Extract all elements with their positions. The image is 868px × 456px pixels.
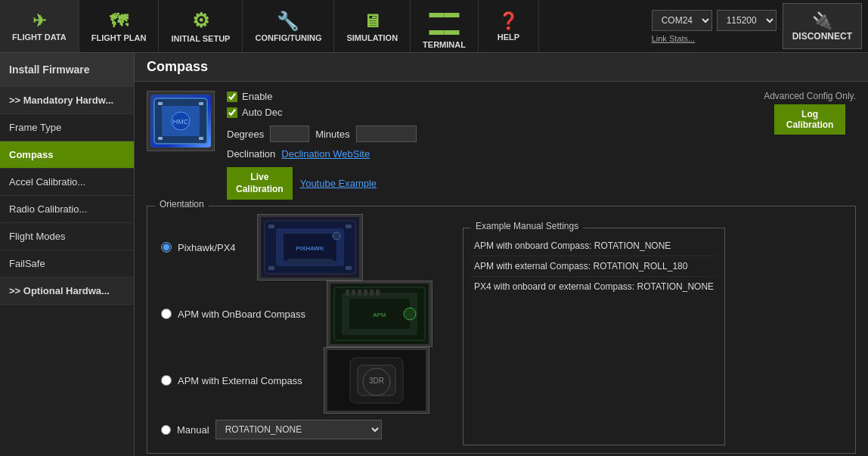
- auto-dec-checkbox-row: Auto Dec: [227, 107, 417, 118]
- svg-rect-26: [358, 290, 361, 296]
- nav-initial-setup-label: INITIAL SETUP: [171, 34, 230, 43]
- nav-flight-data-label: FLIGHT DATA: [12, 33, 67, 42]
- example-line-2: APM with external Compass: ROTATION_ROLL…: [471, 256, 717, 277]
- example-settings-box: Example Manual Settings APM with onboard…: [463, 228, 725, 445]
- svg-text:3DR: 3DR: [369, 377, 384, 385]
- apm-external-label: APM with External Compass: [178, 375, 302, 386]
- apm-external-radio-row: APM with External Compass: [155, 363, 308, 399]
- declination-website-link[interactable]: Declination WebSite: [281, 148, 370, 160]
- flight-data-icon: ✈: [33, 11, 46, 31]
- svg-rect-18: [287, 259, 333, 265]
- nav-initial-setup[interactable]: ⚙ INITIAL SETUP: [159, 0, 243, 52]
- nav-simulation-label: SIMULATION: [346, 33, 398, 42]
- advanced-config-section: Advanced Config Only. LogCalibration: [764, 91, 856, 135]
- apm-onboard-radio[interactable]: [161, 309, 172, 319]
- declination-row: Declination Declination WebSite: [227, 148, 417, 160]
- compass-img-placeholder: HMC: [150, 95, 211, 147]
- svg-rect-4: [158, 102, 163, 105]
- svg-rect-16: [346, 266, 352, 270]
- manual-radio[interactable]: [161, 425, 171, 435]
- degrees-label: Degrees: [227, 129, 264, 140]
- sidebar-item-compass[interactable]: Compass: [0, 141, 134, 169]
- auto-dec-checkbox[interactable]: [227, 107, 237, 118]
- sidebar-item-radio-calibration[interactable]: Radio Calibratio...: [0, 196, 134, 223]
- advanced-config-label: Advanced Config Only.: [764, 91, 856, 101]
- orientation-row-pixhawk: Pixhawk/PX4 PIXHAWK: [155, 214, 432, 281]
- sidebar-item-optional-hardware[interactable]: >> Optional Hardwa...: [0, 278, 134, 305]
- compass-top-row: HMC Enable: [147, 91, 856, 200]
- apm-external-radio[interactable]: [161, 375, 172, 386]
- orientation-row-apm-onboard: APM with OnBoard Compass APM: [155, 281, 432, 347]
- degrees-input[interactable]: [270, 126, 309, 142]
- svg-text:PIXHAWK: PIXHAWK: [296, 245, 324, 252]
- help-icon: ❓: [498, 11, 519, 31]
- terminal-icon: ▬▬▬▬: [429, 4, 459, 39]
- live-calibration-button[interactable]: LiveCalibration: [227, 167, 293, 200]
- content-header: Compass: [135, 53, 868, 82]
- compass-controls: Enable Auto Dec Degrees Minutes: [227, 91, 417, 200]
- pixhawk-radio[interactable]: [161, 242, 172, 253]
- nav-terminal[interactable]: ▬▬▬▬ TERMINAL: [411, 0, 479, 52]
- main-layout: Install Firmware >> Mandatory Hardw... F…: [0, 53, 868, 456]
- nav-flight-data[interactable]: ✈ FLIGHT DATA: [0, 0, 79, 52]
- top-nav: ✈ FLIGHT DATA 🗺 FLIGHT PLAN ⚙ INITIAL SE…: [0, 0, 868, 53]
- minutes-input[interactable]: [356, 126, 417, 142]
- page-title: Compass: [147, 59, 208, 74]
- calibration-btns: LiveCalibration Youtube Example: [227, 167, 417, 200]
- auto-dec-label: Auto Dec: [242, 107, 282, 118]
- sidebar-item-failsafe[interactable]: FailSafe: [0, 250, 134, 278]
- nav-config-tuning[interactable]: 🔧 CONFIG/TUNING: [243, 0, 334, 52]
- initial-setup-icon: ⚙: [192, 9, 209, 33]
- disconnect-label: DISCONNECT: [792, 31, 852, 42]
- manual-rotation-select[interactable]: ROTATION_NONE ROTATION_YAW_45 ROTATION_Y…: [215, 420, 382, 439]
- nav-flight-plan[interactable]: 🗺 FLIGHT PLAN: [79, 0, 160, 52]
- pixhawk-radio-row: Pixhawk/PX4: [155, 230, 242, 265]
- config-tuning-icon: 🔧: [277, 11, 299, 32]
- nav-help-label: HELP: [498, 33, 519, 42]
- apm-onboard-label: APM with OnBoard Compass: [178, 309, 305, 320]
- orientation-inner: Pixhawk/PX4 PIXHAWK: [155, 214, 848, 445]
- nav-right: COM24 115200 Link Stats... 🔌 DISCONNECT: [646, 0, 868, 52]
- svg-rect-6: [158, 137, 163, 140]
- simulation-icon: 🖥: [363, 11, 381, 32]
- svg-point-30: [404, 308, 416, 320]
- enable-label: Enable: [242, 91, 272, 102]
- sidebar-item-accel-calibration[interactable]: Accel Calibratio...: [0, 169, 134, 196]
- link-stats-link[interactable]: Link Stats...: [652, 34, 777, 43]
- svg-rect-27: [364, 290, 367, 296]
- log-calibration-button[interactable]: LogCalibration: [774, 104, 846, 135]
- port-select[interactable]: COM24: [652, 10, 712, 31]
- sidebar-item-flight-modes[interactable]: Flight Modes: [0, 223, 134, 250]
- nav-terminal-label: TERMINAL: [423, 40, 466, 49]
- sidebar-frame-type-label: Frame Type: [9, 122, 61, 133]
- youtube-example-link[interactable]: Youtube Example: [300, 178, 377, 189]
- sidebar-radio-cal-label: Radio Calibratio...: [9, 203, 87, 215]
- orientation-title: Orientation: [155, 199, 209, 209]
- svg-rect-25: [352, 290, 355, 296]
- svg-text:HMC: HMC: [173, 118, 189, 126]
- sidebar-item-mandatory-hardware[interactable]: >> Mandatory Hardw...: [0, 87, 134, 114]
- svg-rect-7: [199, 137, 203, 140]
- orientation-options: Pixhawk/PX4 PIXHAWK: [155, 214, 432, 445]
- nav-simulation[interactable]: 🖥 SIMULATION: [334, 0, 411, 52]
- manual-label: Manual: [177, 424, 209, 436]
- sidebar-item-frame-type[interactable]: Frame Type: [0, 114, 134, 141]
- apm-onboard-radio-row: APM with OnBoard Compass: [155, 296, 312, 332]
- baud-select[interactable]: 115200: [717, 10, 777, 31]
- disconnect-button[interactable]: 🔌 DISCONNECT: [783, 3, 862, 49]
- sidebar-flight-modes-label: Flight Modes: [9, 231, 65, 242]
- nav-help[interactable]: ❓ HELP: [479, 0, 539, 52]
- svg-rect-5: [199, 102, 203, 105]
- manual-radio-row: Manual ROTATION_NONE ROTATION_YAW_45 ROT…: [155, 414, 432, 445]
- minutes-label: Minutes: [315, 129, 350, 140]
- pixhawk-image: PIXHAWK: [257, 214, 363, 281]
- sidebar-accel-cal-label: Accel Calibratio...: [9, 176, 85, 188]
- example-settings-title: Example Manual Settings: [471, 221, 583, 231]
- apm-onboard-image: APM: [327, 281, 432, 347]
- svg-point-17: [333, 232, 340, 240]
- example-settings-container: Example Manual Settings APM with onboard…: [448, 214, 848, 445]
- enable-checkbox[interactable]: [227, 92, 237, 102]
- svg-rect-24: [346, 290, 349, 296]
- svg-rect-28: [370, 290, 374, 296]
- sidebar-item-install-firmware[interactable]: Install Firmware: [0, 53, 134, 87]
